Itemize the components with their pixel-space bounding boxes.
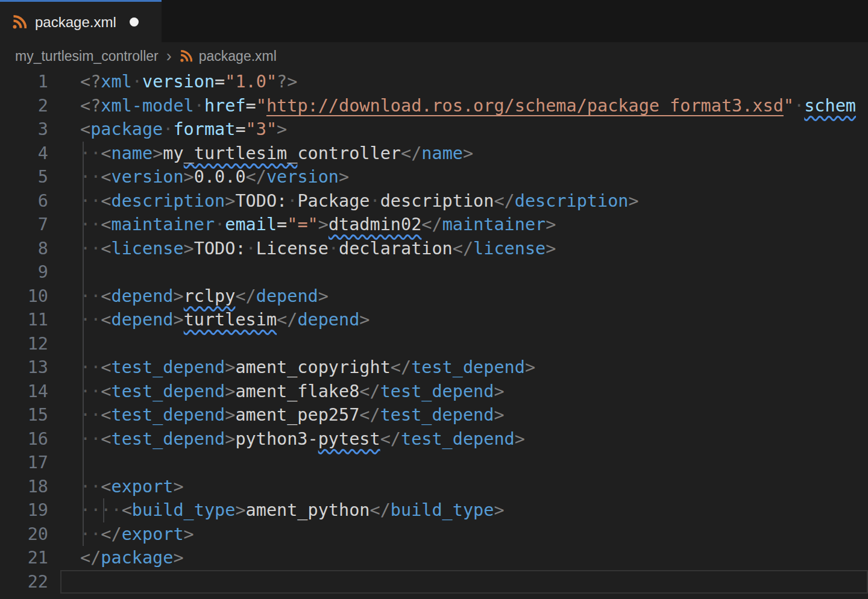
line-number: 7 <box>0 213 60 237</box>
line-number: 16 <box>0 427 60 451</box>
modified-indicator-dot[interactable] <box>130 17 139 27</box>
whitespace-dot: · <box>794 96 804 116</box>
whitespace-dot: · <box>246 239 256 259</box>
code-line[interactable]: 6··<description>TODO:·Package·descriptio… <box>0 189 868 213</box>
code-line[interactable]: 22 <box>0 570 868 594</box>
line-number: 17 <box>0 451 60 475</box>
whitespace-dot: · <box>215 215 225 234</box>
line-number: 10 <box>0 284 60 309</box>
code-line[interactable]: 4··<name>my_turtlesim_controller</name> <box>0 142 868 166</box>
current-line-highlight <box>60 570 868 594</box>
tab-bar: package.xml <box>0 0 868 42</box>
line-number: 1 <box>0 70 60 94</box>
line-number: 12 <box>0 332 60 356</box>
indent-guide <box>83 403 84 427</box>
code-line[interactable]: 8··<license>TODO:·License·declaration</l… <box>0 237 868 261</box>
indent-guide <box>83 189 84 213</box>
indent-guide <box>83 308 84 332</box>
editor[interactable]: 1<?xml·version="1.0"?>2<?xml-model·href=… <box>0 70 868 594</box>
whitespace-dot: · <box>287 191 297 211</box>
line-number: 20 <box>0 522 60 547</box>
line-number: 8 <box>0 237 60 261</box>
code-line[interactable]: 19····<build_type>ament_python</build_ty… <box>0 498 868 522</box>
indent-guide <box>83 427 84 451</box>
code-line[interactable]: 9 <box>0 260 868 284</box>
indent-guide <box>83 522 84 547</box>
xml-file-icon <box>180 50 192 63</box>
line-number: 9 <box>0 260 60 284</box>
code-line[interactable]: 21</package> <box>0 546 868 570</box>
breadcrumb: my_turtlesim_controller › package.xml <box>0 42 868 70</box>
code-line[interactable]: 3<package·format="3"> <box>0 118 868 142</box>
whitespace-dot: · <box>132 72 142 92</box>
code-line[interactable]: 11··<depend>turtlesim</depend> <box>0 308 868 332</box>
indent-guide <box>83 213 84 237</box>
line-number: 13 <box>0 356 60 380</box>
tab-package-xml[interactable]: package.xml <box>0 0 162 42</box>
line-number: 5 <box>0 165 60 189</box>
code-line[interactable]: 18··<export> <box>0 475 868 499</box>
indent-guide <box>83 332 84 356</box>
indent-guide <box>83 451 84 475</box>
code-line[interactable]: 17 <box>0 451 868 475</box>
whitespace-dot: · <box>194 96 204 116</box>
code-line[interactable]: 2<?xml-model·href="http://download.ros.o… <box>0 94 868 118</box>
line-number: 6 <box>0 189 60 213</box>
line-number: 4 <box>0 142 60 166</box>
indent-guide <box>103 498 104 522</box>
whitespace-dot: · <box>370 191 380 211</box>
indent-guide <box>83 380 84 404</box>
code-line[interactable]: 14··<test_depend>ament_flake8</test_depe… <box>0 380 868 404</box>
line-number: 19 <box>0 498 60 522</box>
line-number: 14 <box>0 380 60 404</box>
code-line[interactable]: 5··<version>0.0.0</version> <box>0 165 868 189</box>
line-number: 18 <box>0 475 60 499</box>
indent-guide <box>83 260 84 284</box>
code-line[interactable]: 1<?xml·version="1.0"?> <box>0 70 868 94</box>
xml-file-icon <box>12 15 27 30</box>
indent-guide <box>83 475 84 499</box>
line-number: 3 <box>0 118 60 142</box>
breadcrumb-folder[interactable]: my_turtlesim_controller <box>15 48 159 64</box>
line-number: 15 <box>0 403 60 427</box>
code-line[interactable]: 7··<maintainer·email="=">dtadmin02</main… <box>0 213 868 237</box>
code-line[interactable]: 12 <box>0 332 868 356</box>
code-line[interactable]: 16··<test_depend>python3-pytest</test_de… <box>0 427 868 451</box>
whitespace-dot: · <box>329 239 339 259</box>
whitespace-dot: ···· <box>80 500 122 520</box>
line-number: 11 <box>0 308 60 332</box>
line-number: 22 <box>0 570 60 594</box>
tab-title: package.xml <box>35 14 116 31</box>
chevron-right-icon: › <box>166 48 172 64</box>
indent-guide <box>83 356 84 380</box>
code-line[interactable]: 10··<depend>rclpy</depend> <box>0 284 868 309</box>
code-line[interactable]: 13··<test_depend>ament_copyright</test_d… <box>0 356 868 380</box>
indent-guide <box>83 284 84 309</box>
indent-guide <box>83 165 84 189</box>
breadcrumb-file[interactable]: package.xml <box>199 48 277 64</box>
line-number: 21 <box>0 546 60 570</box>
indent-guide <box>83 142 84 166</box>
indent-guide <box>83 237 84 261</box>
line-number: 2 <box>0 94 60 118</box>
code-line[interactable]: 15··<test_depend>ament_pep257</test_depe… <box>0 403 868 427</box>
indent-guide <box>83 498 84 522</box>
code-line[interactable]: 20··</export> <box>0 522 868 547</box>
whitespace-dot: · <box>163 119 173 139</box>
